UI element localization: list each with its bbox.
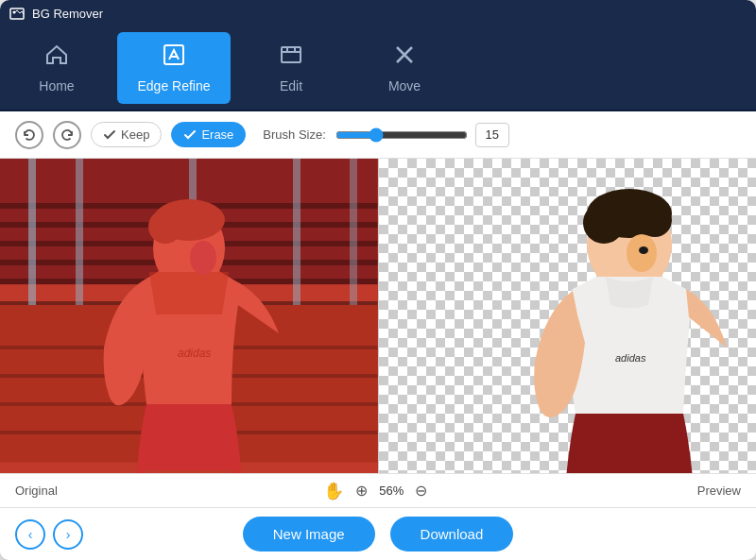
svg-rect-13 — [76, 159, 83, 319]
zoom-out-button[interactable]: ⊖ — [411, 480, 431, 501]
brush-size-slider-container: 15 — [335, 123, 509, 147]
erase-icon — [183, 128, 197, 142]
svg-rect-15 — [293, 159, 301, 319]
preview-person-svg: adidas — [379, 159, 757, 473]
nav-item-edge-refine[interactable]: Edge Refine — [117, 32, 231, 104]
toolbar: Keep Erase Brush Size: 15 — [0, 111, 756, 159]
app-icon — [9, 6, 25, 21]
zoom-controls: ✋ ⊕ 56% ⊖ — [323, 480, 431, 501]
svg-point-1 — [13, 11, 16, 14]
svg-rect-16 — [350, 159, 357, 319]
status-bar: Original ✋ ⊕ 56% ⊖ Preview — [0, 473, 756, 507]
erase-button[interactable]: Erase — [171, 122, 246, 147]
prev-image-button[interactable]: ‹ — [15, 519, 45, 550]
svg-point-30 — [638, 203, 672, 237]
brush-size-slider[interactable] — [335, 127, 468, 143]
bottom-bar: ‹ › New Image Download — [0, 507, 756, 560]
nav-arrows: ‹ › — [15, 519, 83, 550]
move-icon — [392, 42, 417, 73]
nav-home-label: Home — [39, 78, 74, 93]
zoom-value: 56% — [379, 484, 404, 498]
svg-text:adidas: adidas — [178, 347, 211, 360]
nav-edit-label: Edit — [280, 78, 302, 93]
original-image[interactable]: adidas — [0, 159, 378, 473]
nav-item-move[interactable]: Move — [348, 26, 461, 110]
nav-item-home[interactable]: Home — [0, 26, 113, 110]
home-icon — [44, 42, 69, 73]
nav-edge-refine-label: Edge Refine — [137, 78, 210, 93]
svg-text:adidas: adidas — [615, 352, 646, 364]
keep-button[interactable]: Keep — [91, 122, 162, 147]
preview-label: Preview — [697, 484, 741, 498]
brush-size-label: Brush Size: — [263, 127, 325, 142]
svg-point-29 — [583, 202, 625, 244]
original-panel: adidas — [0, 159, 379, 473]
original-bg-svg: adidas — [0, 159, 378, 473]
preview-image[interactable]: adidas — [379, 159, 757, 473]
app-window: BG Remover Home Edge Refine — [0, 0, 756, 560]
zoom-in-button[interactable]: ⊕ — [352, 480, 371, 501]
preview-panel: adidas — [379, 159, 757, 473]
svg-rect-12 — [28, 159, 36, 319]
edit-icon — [279, 42, 303, 73]
next-image-button[interactable]: › — [53, 519, 83, 550]
redo-button[interactable] — [53, 121, 81, 149]
hand-cursor-icon: ✋ — [323, 481, 344, 501]
keep-icon — [103, 128, 116, 142]
new-image-button[interactable]: New Image — [243, 517, 375, 552]
download-button[interactable]: Download — [390, 517, 514, 552]
nav-item-edit[interactable]: Edit — [234, 26, 348, 110]
edge-refine-icon — [162, 42, 186, 73]
app-title: BG Remover — [32, 7, 103, 21]
title-bar: BG Remover — [0, 0, 756, 26]
brush-size-value: 15 — [475, 123, 509, 147]
original-label: Original — [15, 484, 58, 498]
nav-move-label: Move — [388, 78, 421, 93]
svg-point-24 — [148, 210, 182, 244]
svg-rect-3 — [282, 47, 301, 62]
svg-point-34 — [639, 246, 648, 254]
undo-button[interactable] — [15, 121, 43, 149]
svg-point-26 — [190, 241, 216, 275]
canvas-area: adidas — [0, 159, 756, 473]
nav-bar: Home Edge Refine Edit — [0, 26, 756, 111]
